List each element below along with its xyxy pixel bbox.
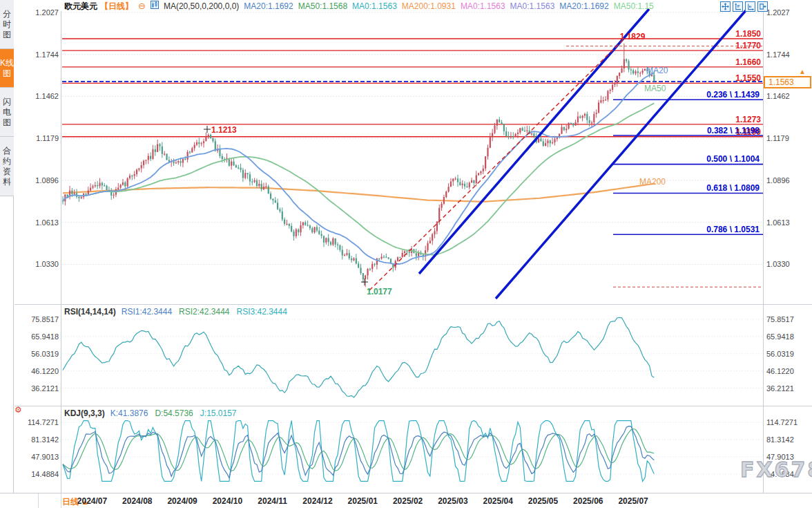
month-label: 2025/05: [528, 496, 558, 506]
reset-view-icon[interactable]: [757, 1, 768, 12]
axis-label: 1.0613: [766, 218, 790, 227]
zoom-x-axis-icon[interactable]: [745, 1, 755, 12]
symbol-title: 欧元美元: [64, 1, 97, 11]
fib-label: 0.500 \ 1.1004: [706, 154, 760, 164]
axis-label: 1.1744: [35, 50, 59, 59]
month-label: 2025/04: [483, 496, 512, 506]
kdj-panel-header: KDJ(9,3,3)K:41.3876D:54.5736J:15.0157: [64, 408, 251, 418]
bottom-bar: 日线 ▲ 2024/072024/082024/092024/102024/11…: [0, 493, 812, 508]
axis-label: 56.0319: [31, 350, 59, 358]
ma-legend-item: MA50:1.1568: [298, 1, 347, 11]
ma50-line: [63, 103, 654, 254]
axis-label: 1.2027: [35, 8, 59, 17]
axis-label: 56.0319: [766, 350, 794, 358]
fib-label: 0.786 \ 1.0531: [706, 225, 760, 234]
pan-icon[interactable]: [720, 1, 731, 12]
fib-label: 0.236 \ 1.1439: [706, 90, 760, 100]
axis-label: 1.0330: [766, 260, 790, 268]
axis-label: 1.0613: [35, 218, 59, 227]
fib-label: 0.618 \ 1.0809: [706, 183, 760, 193]
fib-label: 0.382 \ 1.1198: [707, 126, 760, 135]
axis-label: 1.2027: [766, 8, 790, 17]
price-up-arrow-icon: ▲: [799, 68, 806, 75]
price-annotation: 1.1829: [620, 32, 646, 41]
divider: [38, 493, 39, 508]
axis-label: 46.1220: [31, 367, 59, 375]
axis-label: 114.7271: [766, 418, 798, 426]
month-label: 2024/08: [122, 496, 152, 506]
ma-curve-label: MA50: [644, 84, 666, 93]
ma-legend-item: MA0:1.1563: [510, 1, 555, 11]
zoom-y-axis-icon[interactable]: [733, 1, 743, 12]
axis-label: 75.8517: [766, 315, 794, 323]
axis-label: 1.1462: [35, 92, 59, 100]
price-annotation: 1.0177: [367, 287, 392, 297]
kdj-lines: [63, 421, 654, 482]
ma20-line: [63, 73, 654, 264]
axis-label: 1.1462: [766, 92, 790, 100]
rsi-legend-item: RSI3:42.3444: [237, 307, 287, 317]
annotations: 1.18291.12131.0177MA20MA50MA200: [204, 32, 668, 297]
month-label: 2024/10: [213, 496, 242, 506]
axis-label: 47.9013: [31, 453, 59, 461]
rsi-line: [63, 317, 654, 397]
month-label: 2024/11: [258, 496, 287, 506]
axis-label: 114.7271: [28, 418, 59, 426]
month-label: 2025/02: [393, 496, 423, 506]
ma-legend-item: MA50:1.15: [614, 1, 654, 11]
month-label: 2025/03: [438, 496, 467, 506]
month-label: 2025/06: [573, 496, 603, 506]
axis-label: 1.1744: [766, 50, 790, 59]
axis-label: 1.0896: [766, 176, 790, 185]
collapse-icon[interactable]: ⊖: [138, 1, 146, 11]
rsi-legend-item: RSI2:42.3444: [179, 307, 229, 317]
ma-legend-item: MA0:1.1563: [352, 1, 397, 11]
month-label: 2024/07: [77, 496, 107, 506]
level-label: 1.1273: [735, 115, 761, 124]
ma-legend-item: MA0:1.1563: [461, 1, 505, 11]
candlesticks: [62, 44, 655, 287]
month-label: 2024/12: [302, 496, 332, 506]
axis-label: 36.2121: [31, 384, 59, 393]
axis-label: 81.3142: [766, 435, 794, 444]
chart-header: 欧元美元【日线】⊖MA(20,50,0,200,0,0)MA20:1.1692M…: [64, 1, 664, 11]
divider: [61, 493, 61, 508]
axis-label: 36.2121: [766, 384, 794, 393]
current-price-tag: 1.1563: [764, 76, 811, 88]
level-label: 1.1660: [735, 57, 761, 67]
month-label: 2024/09: [167, 496, 197, 506]
axis-label: 1.0330: [35, 260, 59, 268]
indicator-settings-icon[interactable]: ⚙: [14, 406, 22, 414]
ma200-line: [63, 184, 655, 202]
candle-chart-icon[interactable]: [151, 1, 159, 11]
axis-label: 75.8517: [31, 315, 59, 323]
rsi-legend-item: RSI1:42.3444: [122, 307, 172, 317]
period-label: 【日线】: [100, 1, 133, 11]
watermark: FX678: [740, 458, 812, 482]
price-annotation: 1.1213: [211, 125, 237, 135]
ma-formula: MA(20,50,0,200,0,0): [164, 1, 239, 11]
month-label: 2025/07: [618, 496, 648, 506]
axis-label: 14.4884: [31, 470, 59, 478]
axis-label: 65.9418: [31, 332, 59, 341]
price-axis-labels: 1.20271.20271.17441.17441.14621.14621.11…: [28, 8, 798, 478]
kdj-legend-item: K:41.3876: [110, 408, 148, 418]
chart-canvas[interactable]: 1.20271.20271.17441.17441.14621.14621.11…: [0, 0, 812, 508]
month-label: 2025/01: [348, 496, 378, 506]
axis-label: 81.3142: [31, 435, 59, 444]
axis-label: 1.0896: [35, 176, 59, 185]
ma-legend-item: MA200:1.0931: [402, 1, 456, 11]
axis-label: 1.1179: [36, 134, 59, 142]
axis-label: 1.1179: [766, 134, 789, 142]
rsi-title: RSI(14,14,14): [64, 307, 116, 317]
kdj-legend-item: D:54.5736: [155, 408, 193, 418]
kdj-legend-item: J:15.0157: [200, 408, 237, 418]
axis-label: 65.9418: [766, 332, 794, 341]
fibonacci-levels[interactable]: 0.236 \ 1.14390.382 \ 1.11980.500 \ 1.10…: [613, 90, 763, 234]
axis-label: 46.1220: [766, 367, 794, 375]
ma-legend-item: MA20:1.1692: [244, 1, 293, 11]
ma-curve-label: MA20: [646, 66, 668, 75]
ma-legend: MA20:1.1692MA50:1.1568MA0:1.1563MA200:1.…: [244, 1, 658, 11]
ma-legend-item: MA20:1.1692: [559, 1, 608, 11]
chart-toolbar: [720, 1, 768, 12]
